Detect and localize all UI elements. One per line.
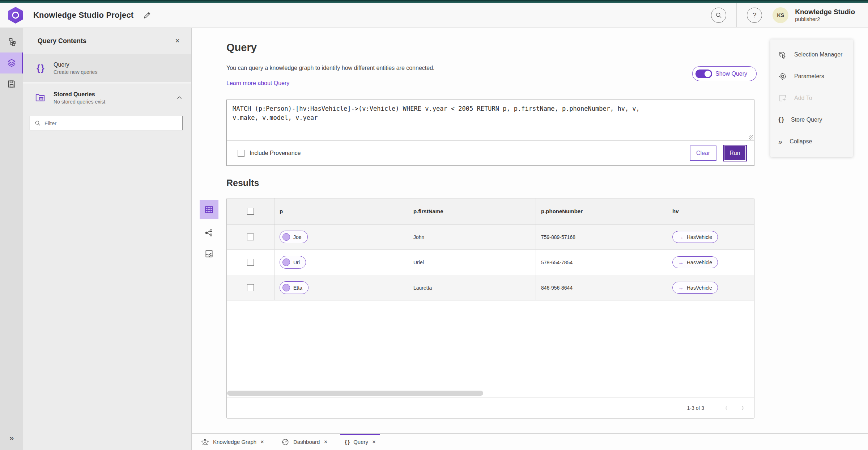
main-content: Query You can query a knowledge graph to… [192, 28, 868, 433]
map-view-button[interactable] [202, 247, 216, 261]
menu-item-parameters[interactable]: Parameters [770, 66, 853, 87]
node-icon [282, 258, 290, 266]
avatar-initials: KS [777, 12, 784, 18]
close-icon[interactable]: × [324, 438, 327, 446]
layers-icon [7, 58, 17, 68]
menu-item-label: Selection Manager [794, 51, 842, 58]
cell-firstname: John [413, 234, 424, 240]
user-block[interactable]: Knowledge Studio publisher2 [795, 8, 855, 23]
next-page-button[interactable] [735, 400, 750, 416]
braces-icon: { } [778, 116, 784, 123]
toggle-switch[interactable] [695, 70, 712, 78]
horizontal-scrollbar[interactable] [227, 390, 754, 397]
query-description: You can query a knowledge graph to ident… [226, 65, 435, 71]
menu-item-collapse[interactable]: » Collapse [770, 131, 853, 152]
query-section-title: Query [226, 42, 257, 54]
chevron-up-icon[interactable] [176, 94, 183, 101]
table-row[interactable]: Uri Uriel 578-654-7854 → HasVehicle [227, 250, 754, 275]
menu-item-selection-manager[interactable]: Selection Manager [770, 44, 853, 66]
expand-rail-button[interactable]: » [0, 430, 23, 446]
table-row[interactable]: Joe John 759-889-57168 → HasVehicle [227, 224, 754, 250]
previous-page-button[interactable] [719, 400, 735, 416]
cell-firstname: Uriel [413, 260, 424, 265]
results-table: p p.firstName p.phoneNumber hv Joe John … [226, 198, 754, 419]
results-title: Results [226, 178, 259, 188]
panel-item-query[interactable]: { } Query Create new queries [23, 54, 191, 82]
column-header-p[interactable]: p [280, 208, 283, 214]
filter-input[interactable] [44, 120, 178, 126]
header-divider [736, 3, 737, 27]
double-chevron-right-icon: » [9, 434, 14, 443]
row-checkbox[interactable] [247, 234, 254, 240]
rail-item-layers[interactable] [0, 52, 23, 73]
avatar[interactable]: KS [773, 7, 788, 23]
menu-item-store-query[interactable]: { } Store Query [770, 109, 853, 131]
include-provenance-checkbox[interactable] [238, 150, 244, 157]
query-item-label: Query [54, 62, 183, 68]
query-editor-box: MATCH (p:Person)-[hv:HasVehicle]->(v:Veh… [226, 100, 754, 166]
resize-handle[interactable] [749, 135, 753, 140]
entity-pill[interactable]: Joe [280, 231, 308, 243]
table-row[interactable]: Etta Lauretta 846-956-8644 → HasVehicle [227, 275, 754, 300]
close-icon[interactable]: × [372, 438, 376, 446]
search-icon [34, 120, 41, 126]
braces-icon: { } [345, 439, 349, 445]
chevron-right-icon [740, 405, 745, 411]
entity-label: Joe [293, 234, 302, 240]
panel-item-stored-queries[interactable]: Stored Queries No stored queries exist [23, 84, 191, 112]
node-icon [282, 233, 290, 241]
table-empty-space [227, 300, 754, 390]
query-editor[interactable]: MATCH (p:Person)-[hv:HasVehicle]->(v:Veh… [227, 100, 754, 140]
table-view-button[interactable] [200, 200, 218, 219]
cell-phonenumber: 759-889-57168 [541, 234, 575, 240]
panel-close-button[interactable]: × [172, 36, 183, 46]
row-checkbox[interactable] [247, 259, 254, 266]
relationship-pill[interactable]: → HasVehicle [672, 231, 718, 243]
rail-item-data-model[interactable] [0, 31, 23, 52]
selection-manager-icon [778, 50, 787, 59]
learn-more-link[interactable]: Learn more about Query [226, 80, 289, 87]
scrollbar-thumb[interactable] [227, 391, 483, 396]
graph-view-button[interactable] [202, 226, 216, 240]
close-icon[interactable]: × [260, 438, 264, 446]
search-button[interactable] [711, 8, 726, 23]
entity-pill[interactable]: Uri [280, 256, 306, 269]
column-header-firstname[interactable]: p.firstName [413, 208, 443, 214]
user-role: publisher2 [795, 16, 855, 22]
menu-item-label: Add To [794, 95, 812, 101]
cell-firstname: Lauretta [413, 285, 432, 291]
help-icon: ? [753, 11, 757, 19]
spacer [767, 3, 767, 27]
table-icon [204, 205, 214, 215]
help-button[interactable]: ? [747, 8, 762, 23]
menu-item-label: Store Query [791, 117, 822, 123]
relationship-label: HasVehicle [687, 234, 712, 240]
knowledge-graph-icon [201, 438, 209, 446]
run-button[interactable]: Run [723, 145, 747, 161]
tab-label: Query [353, 439, 368, 445]
tab-query[interactable]: { } Query × [339, 434, 382, 450]
show-query-label: Show Query [715, 71, 747, 77]
relationship-pill[interactable]: → HasVehicle [672, 256, 718, 268]
filter-field[interactable] [30, 116, 183, 130]
show-query-toggle[interactable]: Show Query [692, 66, 757, 81]
row-checkbox[interactable] [247, 284, 254, 291]
column-header-hv[interactable]: hv [672, 208, 679, 214]
menu-item-add-to: Add To [770, 87, 853, 109]
results-view-toolbar [199, 200, 219, 261]
tab-dashboard[interactable]: Dashboard × [276, 434, 333, 450]
select-all-checkbox[interactable] [247, 208, 254, 215]
double-chevron-right-icon: » [778, 138, 782, 146]
tab-label: Dashboard [293, 439, 320, 445]
relationship-pill[interactable]: → HasVehicle [672, 282, 718, 294]
map-icon [204, 249, 214, 258]
entity-pill[interactable]: Etta [280, 281, 309, 294]
clear-button[interactable]: Clear [690, 146, 716, 161]
rail-item-save[interactable] [0, 73, 23, 94]
save-icon [7, 79, 16, 89]
edit-title-icon[interactable] [143, 11, 152, 20]
column-header-phonenumber[interactable]: p.phoneNumber [541, 208, 583, 214]
tab-label: Knowledge Graph [213, 439, 256, 445]
table-footer: 1-3 of 3 [227, 397, 754, 418]
tab-knowledge-graph[interactable]: Knowledge Graph × [195, 434, 270, 450]
